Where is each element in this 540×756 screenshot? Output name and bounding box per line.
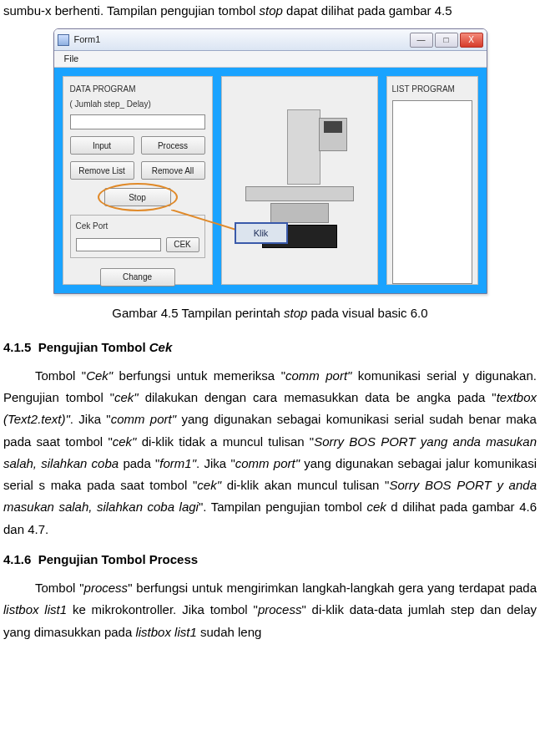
titlebar: Form1 — □ X [54,29,487,51]
text-italic: comm port" [285,368,351,383]
section-4-1-5-paragraph: Tombol "Cek" berfungsi untuk memeriksa "… [3,365,537,540]
stop-button[interactable]: Stop [104,188,171,206]
process-button[interactable]: Process [141,136,205,155]
window-buttons: — □ X [410,33,483,48]
text-italic: stop [260,3,283,18]
group-title: DATA PROGRAM [70,82,205,97]
text-italic: Sorry BOS PORT y [389,478,503,492]
step-delay-input[interactable] [70,114,205,129]
section-number: 4.1.6 [3,552,31,566]
remove-list-button[interactable]: Remove List [70,161,134,180]
figure-caption: Gambar 4.5 Tampilan perintah stop pada v… [3,302,537,324]
text: muncul tulisan " [223,434,315,449]
text-italic: listbox list1 [3,602,67,616]
cek-port-group: Cek Port CEK [70,215,205,258]
app-icon [58,34,69,46]
cek-port-label: Cek Port [76,219,199,234]
text: Tombol " [35,368,86,383]
text: pada visual basic 6.0 [307,306,427,320]
text: yang terdapat pada [427,581,537,595]
section-title-text: Pengujian Tombol [38,340,149,354]
figure-4-5: Form1 — □ X File DATA PROGRAM ( Jumlah s… [3,28,537,294]
text: . Jika " [196,456,235,470]
text: di-klik tidak a [136,434,217,449]
text: komunikasi serial y [351,368,469,383]
text-italic: Cek" [86,368,113,383]
text-italic: process [84,581,129,595]
text: berfungsi untuk memeriksa " [113,368,285,383]
text: yang digunakan sebagai [176,412,326,426]
text: maka pada saat tombol " [51,478,198,492]
text-italic: comm port" [235,456,300,470]
list-program-listbox[interactable] [392,100,472,284]
list-program-panel: LIST PROGRAM [386,76,478,285]
klik-callout: Klik [235,222,288,244]
text: di-klik akan muncul tulisan " [221,478,389,492]
data-program-panel: DATA PROGRAM ( Jumlah step_ Delay) Input… [63,76,213,285]
remove-all-button[interactable]: Remove All [141,161,205,180]
text-italic: cek [366,500,386,514]
text-italic: cek" [114,390,139,404]
text-italic: form1" [159,456,196,470]
text: Tombol " [35,581,84,595]
text: pada " [123,456,159,470]
text-italic: process [258,602,302,616]
close-button[interactable]: X [460,33,483,48]
text-italic: stop [284,306,307,320]
text: sumbu-x berhenti. Tampilan pengujian tom… [3,3,260,18]
section-4-1-5-heading: 4.1.5 Pengujian Tombol Cek [3,337,537,358]
text: d [386,500,398,514]
text: " di-klik [301,602,344,616]
maximize-button[interactable]: □ [435,33,458,48]
section-4-1-6-heading: 4.1.6 Pengujian Tombol Process [3,549,537,571]
text: Gambar 4.5 Tampilan perintah [112,306,284,320]
cek-button[interactable]: CEK [166,237,199,252]
cek-port-input[interactable] [76,238,161,251]
section-4-1-6-paragraph: Tombol "process" berfungsi untuk mengiri… [3,577,537,643]
window-frame: Form1 — □ X File DATA PROGRAM ( Jumlah s… [53,28,487,294]
section-title-italic: Cek [149,340,173,354]
text: ". Tampilan pengujian tombol [199,500,366,514]
text-italic: comm port" [111,412,176,426]
change-button[interactable]: Change [100,268,175,287]
client-area: DATA PROGRAM ( Jumlah step_ Delay) Input… [54,68,487,293]
text: dapat dilihat pada gambar 4.5 [283,3,452,18]
menu-file[interactable]: File [59,51,84,67]
text: angka pada " [416,390,497,404]
section-number: 4.1.5 [3,340,31,354]
text-italic: cek" [197,478,221,492]
top-fragment: sumbu-x berhenti. Tampilan pengujian tom… [3,0,537,22]
text: " berfungsi untuk mengirimkan langkah-la… [128,581,423,595]
group-title: LIST PROGRAM [392,82,472,97]
menubar: File [54,51,487,68]
machine-image-panel [221,76,378,285]
text-italic: listbox list1 [135,625,196,639]
window-title: Form1 [74,32,410,48]
group-subtitle: ( Jumlah step_ Delay) [70,97,205,112]
text: . Jika " [70,412,111,426]
input-button[interactable]: Input [70,136,134,155]
text-italic: cek" [113,434,137,449]
section-title-text: Pengujian Tombol Process [38,552,198,566]
minimize-button[interactable]: — [410,33,433,48]
text: sudah leng [197,625,262,639]
text: ke mikrokontroller. Jika tombol " [67,602,258,616]
text: dilakukan dengan cara memasukkan data be [139,390,410,404]
